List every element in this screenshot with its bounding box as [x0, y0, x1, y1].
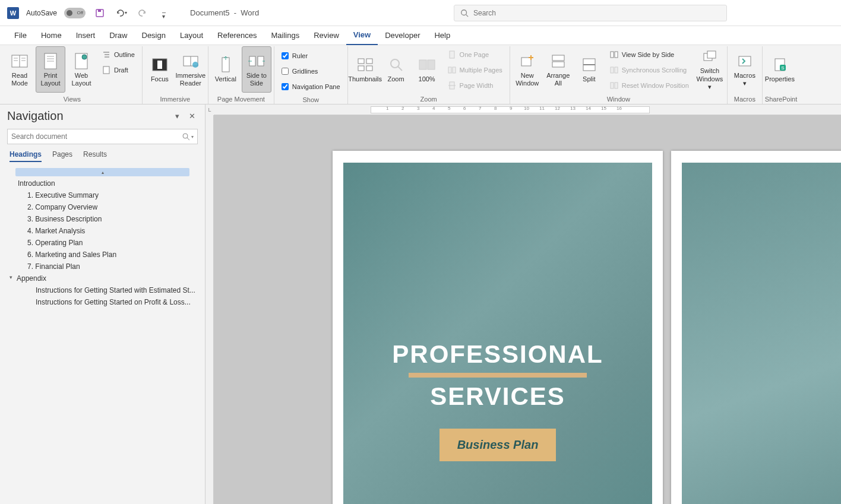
group-page-movement-label: Page Movement — [211, 94, 271, 104]
page-width-button[interactable]: Page Width — [445, 78, 505, 93]
horizontal-ruler[interactable]: 1 2 3 4 5 6 7 8 9 10 11 12 13 14 15 16 — [214, 104, 841, 115]
ruler-corner: L — [205, 104, 214, 115]
tab-home[interactable]: Home — [34, 26, 69, 45]
svg-rect-1 — [98, 9, 101, 12]
reset-window-position-button[interactable]: Reset Window Position — [608, 78, 691, 93]
page-2[interactable] — [671, 151, 841, 504]
page-1[interactable]: PROFESSIONAL SERVICES Business Plan — [333, 151, 663, 504]
group-show: Ruler Gridlines Navigation Pane Show — [274, 46, 348, 104]
nav-heading-item[interactable]: Appendix — [7, 272, 198, 284]
nav-heading-item[interactable]: Introduction — [7, 177, 198, 189]
ruler-checkbox[interactable]: Ruler — [279, 49, 343, 63]
tab-help[interactable]: Help — [427, 26, 457, 45]
cover-title-1[interactable]: PROFESSIONAL — [392, 341, 603, 368]
nav-heading-item[interactable]: Instructions for Getting Started with Es… — [7, 284, 198, 296]
one-page-button[interactable]: One Page — [445, 47, 505, 62]
toggle-knob — [67, 10, 72, 16]
nav-jump-to-top[interactable]: ▴ — [15, 168, 189, 176]
print-layout-button[interactable]: Print Layout — [36, 46, 65, 93]
split-button[interactable]: Split — [574, 46, 604, 93]
reset-pos-icon — [610, 81, 618, 90]
redo-button[interactable] — [135, 6, 150, 20]
one-page-icon — [448, 50, 456, 59]
svg-rect-38 — [453, 67, 456, 73]
navpane-dropdown-button[interactable]: ▾ — [173, 110, 182, 122]
macros-button[interactable]: Macros▾ — [730, 46, 760, 93]
chevron-down-icon[interactable]: ▾ — [191, 134, 194, 140]
side-to-side-button[interactable]: Side to Side — [242, 46, 271, 93]
nav-tab-headings[interactable]: Headings — [10, 150, 42, 162]
tab-developer[interactable]: Developer — [378, 26, 427, 45]
focus-button[interactable]: Focus — [145, 46, 175, 93]
nav-heading-item[interactable]: 3. Business Description — [7, 213, 198, 225]
zoom-button[interactable]: Zoom — [381, 46, 411, 93]
draft-icon — [102, 66, 110, 74]
svg-text:S: S — [781, 65, 784, 71]
pages-container[interactable]: PROFESSIONAL SERVICES Business Plan — [214, 115, 841, 504]
nav-heading-item[interactable]: 2. Company Overview — [7, 201, 198, 213]
hundred-percent-button[interactable]: 100% — [412, 46, 442, 93]
group-sharepoint: S Properties SharePoint — [763, 46, 799, 104]
tab-layout[interactable]: Layout — [173, 26, 210, 45]
cover-title-2[interactable]: SERVICES — [430, 382, 565, 411]
page-2-image — [682, 163, 841, 504]
undo-button[interactable]: ▾ — [114, 6, 128, 20]
thumbnails-button[interactable]: Thumbnails — [350, 46, 380, 93]
group-window-label: Window — [513, 94, 725, 104]
tab-design[interactable]: Design — [135, 26, 173, 45]
view-side-by-side-button[interactable]: View Side by Side — [608, 47, 691, 62]
outline-button[interactable]: Outline — [100, 47, 137, 62]
nav-tab-pages[interactable]: Pages — [52, 150, 72, 162]
draft-button[interactable]: Draft — [100, 63, 137, 77]
search-bar[interactable] — [454, 5, 727, 21]
navigation-pane-checkbox[interactable]: Navigation Pane — [279, 80, 343, 94]
customize-qat-button[interactable]: ⎯▾ — [157, 6, 171, 20]
tab-view[interactable]: View — [346, 26, 378, 45]
svg-point-24 — [192, 62, 198, 68]
nav-heading-item[interactable]: 5. Operating Plan — [7, 237, 198, 249]
properties-button[interactable]: S Properties — [765, 46, 795, 93]
save-button[interactable] — [93, 6, 107, 20]
nav-heading-item[interactable]: Instructions for Getting Started on Prof… — [7, 296, 198, 308]
vertical-ruler[interactable] — [205, 115, 214, 504]
nav-heading-item[interactable]: 4. Market Analysis — [7, 225, 198, 237]
thumbnails-icon — [356, 55, 375, 74]
search-input[interactable] — [473, 9, 720, 17]
nav-heading-item[interactable]: 6. Marketing and Sales Plan — [7, 249, 198, 261]
switch-windows-button[interactable]: Switch Windows ▾ — [695, 46, 725, 93]
immersive-reader-button[interactable]: Immersive Reader — [176, 46, 205, 93]
nav-search-input[interactable] — [11, 132, 182, 141]
svg-rect-42 — [552, 62, 564, 67]
new-window-button[interactable]: New Window — [513, 46, 542, 93]
tab-references[interactable]: References — [210, 26, 264, 45]
nav-heading-item[interactable]: 7. Financial Plan — [7, 261, 198, 272]
svg-rect-50 — [615, 83, 618, 88]
vertical-button[interactable]: Vertical — [211, 46, 241, 93]
tab-review[interactable]: Review — [306, 26, 346, 45]
nav-headings-list: ▴ Introduction 1. Executive Summary 2. C… — [7, 167, 198, 499]
cover-badge[interactable]: Business Plan — [440, 429, 557, 461]
svg-rect-41 — [552, 55, 564, 61]
read-mode-button[interactable]: Read Mode — [5, 46, 34, 93]
tab-mailings[interactable]: Mailings — [264, 26, 307, 45]
web-layout-button[interactable]: Web Layout — [67, 46, 96, 93]
nav-tab-results[interactable]: Results — [83, 150, 107, 162]
tab-file[interactable]: File — [7, 26, 34, 45]
multiple-pages-button[interactable]: Multiple Pages — [445, 63, 505, 77]
svg-line-33 — [398, 66, 402, 71]
arrange-all-button[interactable]: Arrange All — [543, 46, 573, 93]
navpane-close-button[interactable]: ✕ — [186, 110, 198, 122]
navpane-title: Navigation — [7, 109, 64, 123]
nav-search[interactable]: ▾ — [7, 129, 198, 144]
svg-rect-21 — [157, 61, 162, 69]
svg-rect-35 — [428, 60, 435, 69]
autosave-label: AutoSave — [26, 9, 57, 17]
tab-draw[interactable]: Draw — [102, 26, 134, 45]
group-views: Read Mode Print Layout Web Layout Outlin… — [2, 46, 143, 104]
tab-insert[interactable]: Insert — [69, 26, 103, 45]
nav-heading-item[interactable]: 1. Executive Summary — [7, 189, 198, 201]
autosave-toggle[interactable]: Off — [64, 8, 86, 18]
gridlines-checkbox[interactable]: Gridlines — [279, 64, 343, 78]
sync-scrolling-button[interactable]: Synchronous Scrolling — [608, 63, 691, 77]
main: Navigation ▾ ✕ ▾ Headings Pages Results … — [0, 104, 841, 504]
